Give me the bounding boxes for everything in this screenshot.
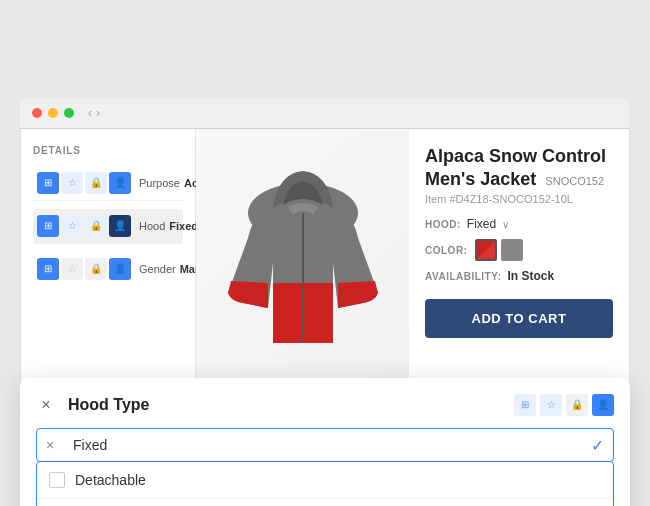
search-clear-icon[interactable]: × bbox=[46, 437, 54, 453]
details-label: DETAILS bbox=[33, 145, 183, 156]
hood-options-list: Detachable ✓ Fixed Helmet-ready bbox=[36, 461, 614, 507]
option-detachable[interactable]: Detachable bbox=[37, 462, 613, 499]
hood-search-input[interactable] bbox=[36, 428, 614, 462]
availability-row: AVAILABILITY: In Stock bbox=[425, 269, 613, 283]
product-image-area: ‹ › bbox=[196, 129, 409, 408]
hood-chevron[interactable]: ∨ bbox=[502, 219, 509, 230]
modal-icon-person[interactable]: 👤 bbox=[592, 394, 614, 416]
icon-group-purpose: ⊞ ☆ 🔒 👤 bbox=[37, 172, 131, 194]
modal-header: × Hood Type ⊞ ☆ 🔒 👤 bbox=[36, 394, 614, 416]
modal-title: Hood Type bbox=[68, 396, 502, 414]
search-check-icon[interactable]: ✓ bbox=[591, 435, 604, 454]
product-title: Alpaca Snow Control Men's Jacket SNOCO15… bbox=[425, 145, 613, 192]
filter-value-hood: Fixed bbox=[169, 220, 198, 232]
icon-person-active[interactable]: 👤 bbox=[109, 172, 131, 194]
filter-label-gender: Gender bbox=[139, 263, 176, 275]
icon-lock-gender[interactable]: 🔒 bbox=[85, 258, 107, 280]
label-detachable: Detachable bbox=[75, 472, 146, 488]
modal-close-button[interactable]: × bbox=[36, 395, 56, 415]
product-item: Item #D4Z18-SNOCO152-10L bbox=[425, 193, 613, 205]
color-label: COLOR: bbox=[425, 245, 467, 256]
product-card: DETAILS ⊞ ☆ 🔒 👤 Purpose Active ⊞ ☆ 🔒 bbox=[20, 129, 630, 409]
nav-back[interactable]: ‹ bbox=[88, 106, 92, 120]
dot-green[interactable] bbox=[64, 108, 74, 118]
icon-star-inactive[interactable]: ☆ bbox=[61, 172, 83, 194]
jacket-svg bbox=[223, 163, 383, 373]
checkbox-detachable[interactable] bbox=[49, 472, 65, 488]
product-info: Alpaca Snow Control Men's Jacket SNOCO15… bbox=[409, 129, 629, 408]
icon-grid-gender[interactable]: ⊞ bbox=[37, 258, 59, 280]
modal-icon-lock[interactable]: 🔒 bbox=[566, 394, 588, 416]
filter-row-gender: ⊞ ☆ 🔒 👤 Gender Man bbox=[33, 252, 183, 286]
hood-label: HOOD: bbox=[425, 219, 461, 230]
screen-wrapper: ‹ › DETAILS ⊞ ☆ 🔒 👤 Purpose Active bbox=[20, 98, 630, 409]
color-swatches bbox=[475, 239, 523, 261]
icon-grid-hood[interactable]: ⊞ bbox=[37, 215, 59, 237]
icon-star-hood[interactable]: ☆ bbox=[61, 215, 83, 237]
icon-lock-inactive[interactable]: 🔒 bbox=[85, 172, 107, 194]
icon-person-hood[interactable]: 👤 bbox=[109, 215, 131, 237]
browser-nav: ‹ › bbox=[88, 106, 100, 120]
dot-yellow[interactable] bbox=[48, 108, 58, 118]
icon-grid-active[interactable]: ⊞ bbox=[37, 172, 59, 194]
filter-label-hood: Hood bbox=[139, 220, 165, 232]
product-sku: SNOCO152 bbox=[545, 175, 604, 187]
modal-icon-star[interactable]: ☆ bbox=[540, 394, 562, 416]
hood-row: HOOD: Fixed ∨ bbox=[425, 217, 613, 231]
icon-group-gender: ⊞ ☆ 🔒 👤 bbox=[37, 258, 131, 280]
icon-star-gender[interactable]: ☆ bbox=[61, 258, 83, 280]
swatch-red[interactable] bbox=[475, 239, 497, 261]
swatch-gray[interactable] bbox=[501, 239, 523, 261]
option-fixed[interactable]: ✓ Fixed bbox=[37, 499, 613, 507]
availability-status: In Stock bbox=[508, 269, 555, 283]
icon-lock-hood[interactable]: 🔒 bbox=[85, 215, 107, 237]
details-panel: DETAILS ⊞ ☆ 🔒 👤 Purpose Active ⊞ ☆ 🔒 bbox=[21, 129, 196, 408]
filter-row-hood: ⊞ ☆ 🔒 👤 Hood Fixed bbox=[33, 209, 183, 244]
add-to-cart-button[interactable]: ADD TO CART bbox=[425, 299, 613, 338]
hood-value: Fixed bbox=[467, 217, 496, 231]
hood-search-wrap: × ✓ bbox=[36, 428, 614, 462]
dot-red[interactable] bbox=[32, 108, 42, 118]
color-row: COLOR: bbox=[425, 239, 613, 261]
nav-forward[interactable]: › bbox=[96, 106, 100, 120]
browser-chrome: ‹ › bbox=[20, 98, 630, 129]
availability-label: AVAILABILITY: bbox=[425, 271, 502, 282]
icon-person-gender[interactable]: 👤 bbox=[109, 258, 131, 280]
hood-type-modal: × Hood Type ⊞ ☆ 🔒 👤 × ✓ Detachable ✓ Fix… bbox=[20, 378, 630, 507]
modal-icon-grid[interactable]: ⊞ bbox=[514, 394, 536, 416]
filter-label-purpose: Purpose bbox=[139, 177, 180, 189]
modal-icons: ⊞ ☆ 🔒 👤 bbox=[514, 394, 614, 416]
icon-group-hood: ⊞ ☆ 🔒 👤 bbox=[37, 215, 131, 237]
filter-row-purpose: ⊞ ☆ 🔒 👤 Purpose Active bbox=[33, 166, 183, 201]
